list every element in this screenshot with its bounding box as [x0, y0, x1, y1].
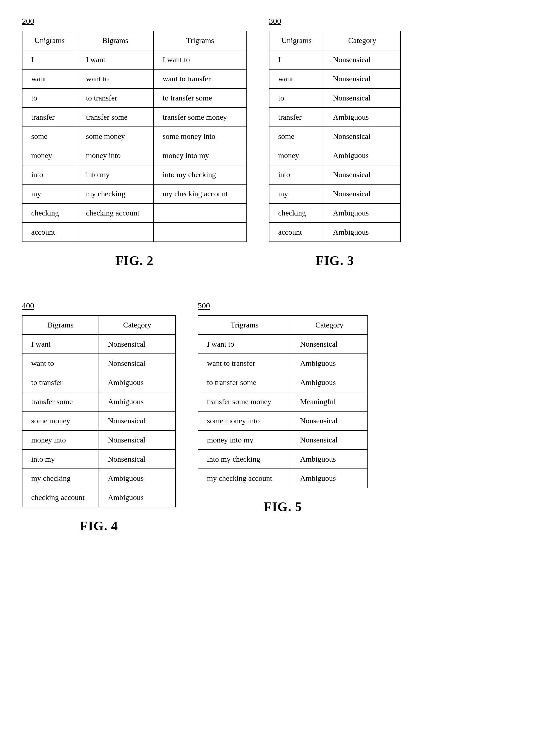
- table-row: intoNonsensical: [269, 165, 401, 184]
- table-row: toNonsensical: [269, 89, 401, 108]
- table-row: to transfer someAmbiguous: [198, 373, 368, 392]
- table-row: I want toNonsensical: [198, 335, 368, 354]
- table-row: moneyAmbiguous: [269, 146, 401, 165]
- table-row: mymy checkingmy checking account: [22, 184, 247, 203]
- fig4-ref: 400: [22, 301, 34, 310]
- table-row: into myNonsensical: [22, 450, 176, 469]
- table-row: checking accountAmbiguous: [22, 488, 176, 507]
- table-row: II wantI want to: [22, 50, 247, 69]
- fig4-header-bigrams: Bigrams: [22, 316, 99, 335]
- table-row: to transferAmbiguous: [22, 373, 176, 392]
- fig3-header-unigrams: Unigrams: [269, 31, 324, 50]
- fig4-label: FIG. 4: [80, 518, 118, 533]
- table-row: money intoNonsensical: [22, 430, 176, 450]
- fig3-label: FIG. 3: [316, 253, 354, 268]
- fig3-header-category: Category: [324, 31, 401, 50]
- fig4-table: Bigrams Category I wantNonsensicalwant t…: [22, 315, 176, 507]
- table-row: money into myNonsensical: [198, 430, 368, 450]
- fig5-block: 500 Trigrams Category I want toNonsensic…: [198, 301, 368, 533]
- fig2-table: Unigrams Bigrams Trigrams II wantI want …: [22, 31, 247, 242]
- fig5-table: Trigrams Category I want toNonsensicalwa…: [198, 315, 368, 488]
- table-row: accountAmbiguous: [269, 223, 401, 242]
- table-row: intointo myinto my checking: [22, 165, 247, 184]
- table-row: checkingchecking account: [22, 203, 247, 223]
- page-layout: 200 Unigrams Bigrams Trigrams II wantI w…: [22, 17, 536, 533]
- table-row: want to transferAmbiguous: [198, 354, 368, 373]
- fig5-header-trigrams: Trigrams: [198, 316, 291, 335]
- bottom-row: 400 Bigrams Category I wantNonsensicalwa…: [22, 301, 536, 533]
- table-row: transfer someAmbiguous: [22, 392, 176, 411]
- table-row: want toNonsensical: [22, 354, 176, 373]
- table-row: somesome moneysome money into: [22, 127, 247, 146]
- table-row: toto transferto transfer some: [22, 89, 247, 108]
- fig2-header-trigrams: Trigrams: [154, 31, 247, 50]
- table-row: transferAmbiguous: [269, 108, 401, 127]
- fig2-block: 200 Unigrams Bigrams Trigrams II wantI w…: [22, 17, 247, 268]
- table-row: my checking accountAmbiguous: [198, 469, 368, 488]
- table-row: wantNonsensical: [269, 69, 401, 89]
- table-row: my checkingAmbiguous: [22, 469, 176, 488]
- fig5-ref: 500: [198, 301, 210, 310]
- fig3-ref: 300: [269, 17, 281, 26]
- table-row: moneymoney intomoney into my: [22, 146, 247, 165]
- fig2-header-unigrams: Unigrams: [22, 31, 77, 50]
- table-row: some money intoNonsensical: [198, 411, 368, 430]
- table-row: checkingAmbiguous: [269, 203, 401, 223]
- table-row: I wantNonsensical: [22, 335, 176, 354]
- fig3-block: 300 Unigrams Category INonsensicalwantNo…: [269, 17, 401, 268]
- top-row: 200 Unigrams Bigrams Trigrams II wantI w…: [22, 17, 536, 268]
- fig2-header-bigrams: Bigrams: [77, 31, 154, 50]
- table-row: myNonsensical: [269, 184, 401, 203]
- fig4-header-category: Category: [99, 316, 176, 335]
- fig5-label: FIG. 5: [264, 499, 302, 514]
- table-row: someNonsensical: [269, 127, 401, 146]
- fig2-ref: 200: [22, 17, 34, 26]
- fig2-label: FIG. 2: [115, 253, 153, 268]
- table-row: INonsensical: [269, 50, 401, 69]
- table-row: account: [22, 223, 247, 242]
- table-row: transfertransfer sometransfer some money: [22, 108, 247, 127]
- table-row: transfer some moneyMeaningful: [198, 392, 368, 411]
- table-row: into my checkingAmbiguous: [198, 450, 368, 469]
- fig4-block: 400 Bigrams Category I wantNonsensicalwa…: [22, 301, 176, 533]
- fig3-table: Unigrams Category INonsensicalwantNonsen…: [269, 31, 401, 242]
- table-row: wantwant towant to transfer: [22, 69, 247, 89]
- fig5-header-category: Category: [291, 316, 368, 335]
- table-row: some moneyNonsensical: [22, 411, 176, 430]
